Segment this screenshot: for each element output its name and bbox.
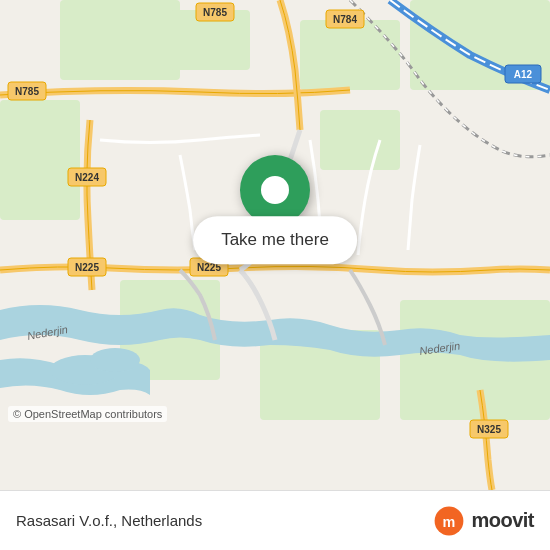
moovit-text: moovit	[471, 509, 534, 532]
map-credit: © OpenStreetMap contributors	[8, 406, 167, 422]
map-container: N785 N784 N785 N224 N225 N225 A12 N325 N…	[0, 0, 550, 490]
svg-point-11	[90, 348, 140, 372]
map-pin	[240, 155, 310, 225]
svg-rect-5	[0, 100, 80, 220]
moovit-icon: m	[433, 505, 465, 537]
svg-text:N325: N325	[477, 424, 501, 435]
svg-text:N785: N785	[15, 86, 39, 97]
svg-text:m: m	[443, 513, 456, 529]
location-name: Rasasari V.o.f., Netherlands	[16, 512, 202, 529]
svg-text:N224: N224	[75, 172, 99, 183]
take-me-there-button[interactable]: Take me there	[193, 216, 357, 264]
svg-text:N225: N225	[75, 262, 99, 273]
svg-rect-1	[60, 0, 180, 80]
bottom-bar: Rasasari V.o.f., Netherlands m moovit	[0, 490, 550, 550]
svg-rect-6	[320, 110, 400, 170]
svg-text:N785: N785	[203, 7, 227, 18]
moovit-logo: m moovit	[433, 505, 534, 537]
svg-text:N784: N784	[333, 14, 357, 25]
pin-dot	[261, 176, 289, 204]
svg-rect-3	[300, 20, 400, 90]
svg-text:A12: A12	[514, 69, 533, 80]
